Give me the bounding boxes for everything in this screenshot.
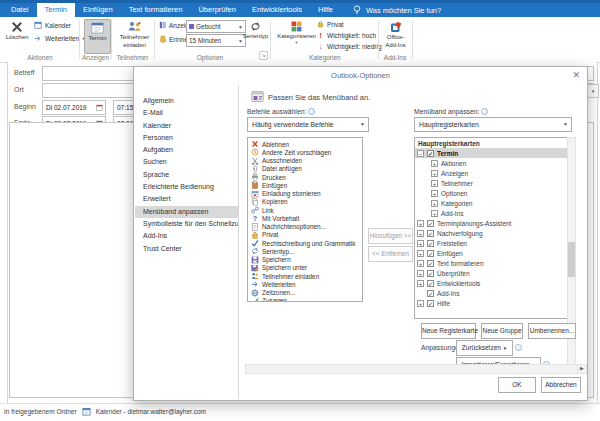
info-icon[interactable]: i <box>308 108 315 115</box>
ribbon-tab[interactable]: Termin <box>37 3 76 17</box>
tree-tab-row[interactable]: −✓Termin <box>415 148 567 158</box>
dialog-nav-item[interactable]: Trust Center <box>135 243 238 255</box>
command-item[interactable]: Nachrichtenoptionen... <box>248 223 362 231</box>
info-icon[interactable]: i <box>481 108 488 115</box>
tree-tab-row[interactable]: +✓Entwicklertools <box>415 278 567 288</box>
dialog-nav-item[interactable]: E-Mail <box>135 107 238 119</box>
private-button[interactable]: Privat <box>317 20 344 28</box>
expand-node-icon[interactable]: + <box>417 270 424 277</box>
rename-button[interactable]: Umbenennen... <box>528 323 576 339</box>
choose-commands-dropdown[interactable]: Häufig verwendete Befehle ▼ <box>247 117 369 132</box>
collapse-button[interactable]: ▾ <box>587 84 599 98</box>
expand-node-icon[interactable]: + <box>417 240 424 247</box>
tree-tab-row[interactable]: +✓Nachverfolgung <box>415 228 567 238</box>
dialog-launcher-icon[interactable]: ↘ <box>259 51 268 60</box>
weiterleiten-button[interactable]: Weiterleiten ▾ <box>34 34 84 42</box>
command-item[interactable]: ?Mit Vorbehalt <box>248 214 362 222</box>
tree-group-row[interactable]: +Anzeigen <box>415 168 567 178</box>
expand-node-icon[interactable]: + <box>417 280 424 287</box>
new-tab-button[interactable]: Neue Registerkarte <box>421 323 476 339</box>
checkbox[interactable]: ✓ <box>427 250 434 257</box>
info-icon[interactable]: i <box>515 344 522 351</box>
tree-tab-row[interactable]: +✓Hilfe <box>415 298 567 308</box>
horizontal-scrollbar[interactable]: ▶ <box>245 364 587 374</box>
ribbon-tab[interactable]: Datei <box>3 3 37 17</box>
dialog-nav-item[interactable]: Personen <box>135 132 238 144</box>
checkbox[interactable]: ✓ <box>427 270 434 277</box>
checkbox[interactable]: ✓ <box>427 150 434 157</box>
command-list[interactable]: AblehnenAndere Zeit vorschlagenAusschnei… <box>247 137 363 302</box>
tree-group-row[interactable]: +Add-Ins <box>415 208 567 218</box>
expand-node-icon[interactable]: + <box>431 210 438 217</box>
command-item[interactable]: Speichern unter <box>248 264 362 272</box>
command-item[interactable]: Einladung stornieren <box>248 190 362 198</box>
command-item[interactable]: Drucken <box>248 173 362 181</box>
expand-node-icon[interactable]: + <box>417 300 424 307</box>
dialog-nav-item[interactable]: Add-Ins <box>135 230 238 242</box>
command-item[interactable]: Teilnehmer einladen <box>248 272 362 280</box>
ribbon-tab[interactable]: Entwicklertools <box>244 3 310 17</box>
tree-group-row[interactable]: +Optionen <box>415 188 567 198</box>
close-icon[interactable]: ✕ <box>572 70 580 80</box>
command-item[interactable]: Zusagen <box>248 297 362 302</box>
dialog-nav-item[interactable]: Allgemein <box>135 95 238 107</box>
command-item[interactable]: Link <box>248 206 362 214</box>
scrollbar-thumb[interactable] <box>568 242 575 277</box>
ribbon-tree-box[interactable]: Hauptregisterkarten −✓Termin+Aktionen+An… <box>414 137 568 319</box>
command-item[interactable]: Datei anfügen <box>248 165 362 173</box>
categorize-button[interactable]: Kategorisieren ▾ <box>280 19 313 56</box>
collapse-node-icon[interactable]: − <box>417 150 424 157</box>
start-date-picker-button[interactable] <box>93 100 106 115</box>
reminder-combo[interactable]: 15 Minuten ▼ <box>186 34 246 47</box>
tree-tab-row[interactable]: +✓Einfügen <box>415 248 567 258</box>
customize-ribbon-dropdown[interactable]: Hauptregisterkarten ▼ <box>414 117 572 132</box>
office-addins-button[interactable]: Office- Add-Ins <box>382 19 409 56</box>
tree-tab-row[interactable]: +✓Überprüfen <box>415 268 567 278</box>
tree-group-row[interactable]: +Aktionen <box>415 158 567 168</box>
dialog-nav-item[interactable]: Suchen <box>135 156 238 168</box>
expand-node-icon[interactable]: + <box>417 230 424 237</box>
ribbon-tab[interactable]: Überprüfen <box>190 3 244 17</box>
command-item[interactable]: Ausschneiden <box>248 157 362 165</box>
command-item[interactable]: Weiterleiten <box>248 280 362 288</box>
remove-button[interactable]: << Entfernen <box>368 246 413 262</box>
command-item[interactable]: Andere Zeit vorschlagen <box>248 148 362 156</box>
expand-node-icon[interactable]: + <box>431 180 438 187</box>
invite-attendees-button[interactable]: Teilnehmer einladen <box>116 19 153 54</box>
importance-high-button[interactable]: ! Wichtigkeit: hoch <box>317 31 376 40</box>
checkbox[interactable]: ✓ <box>427 290 434 297</box>
termin-button[interactable]: Termin <box>84 19 111 54</box>
tree-tab-row[interactable]: +✓Freistellen <box>415 238 567 248</box>
expand-node-icon[interactable]: + <box>417 250 424 257</box>
ribbon-tab[interactable]: Text formatieren <box>121 3 191 17</box>
tree-tab-row[interactable]: +✓Text formatieren <box>415 258 567 268</box>
add-button[interactable]: Hinzufügen >> <box>368 228 413 244</box>
delete-button[interactable]: Löschen <box>4 19 30 53</box>
checkbox[interactable]: ✓ <box>427 240 434 247</box>
command-item[interactable]: Rechtschreibung und Grammatik <box>248 239 362 247</box>
tree-tab-row[interactable]: ✓Add-Ins <box>415 288 567 298</box>
checkbox[interactable]: ✓ <box>427 230 434 237</box>
new-group-button[interactable]: Neue Gruppe <box>481 323 523 339</box>
expand-node-icon[interactable]: + <box>431 160 438 167</box>
cancel-button[interactable]: Abbrechen <box>541 377 581 393</box>
command-item[interactable]: Kopieren <box>248 198 362 206</box>
tell-me-search[interactable]: Was möchten Sie tun? <box>353 3 441 17</box>
reset-button[interactable]: Zurücksetzen ▼ <box>456 340 513 356</box>
scroll-right-icon[interactable]: ▶ <box>577 365 586 373</box>
dialog-nav-item[interactable]: Sprache <box>135 169 238 181</box>
command-item[interactable]: Zeitzonen... <box>248 289 362 297</box>
tree-group-row[interactable]: +Teilnehmer <box>415 178 567 188</box>
dialog-nav-item[interactable]: Symbolleiste für den Schnellzugriff <box>135 218 238 230</box>
show-as-combo[interactable]: Gebucht ▼ <box>186 20 246 33</box>
importance-low-button[interactable]: ↓ Wichtigkeit: niedrig <box>317 42 382 51</box>
command-item[interactable]: Einfügen <box>248 181 362 189</box>
recurrence-button[interactable]: Serientyp <box>244 19 267 52</box>
tree-group-row[interactable]: +Kategorien <box>415 198 567 208</box>
command-item[interactable]: Serientyp... <box>248 247 362 255</box>
kalender-button[interactable]: Kalender <box>34 21 71 29</box>
tree-tab-row[interactable]: +✓Terminplanungs-Assistent <box>415 218 567 228</box>
checkbox[interactable]: ✓ <box>427 300 434 307</box>
expand-node-icon[interactable]: + <box>431 170 438 177</box>
expand-node-icon[interactable]: + <box>431 200 438 207</box>
